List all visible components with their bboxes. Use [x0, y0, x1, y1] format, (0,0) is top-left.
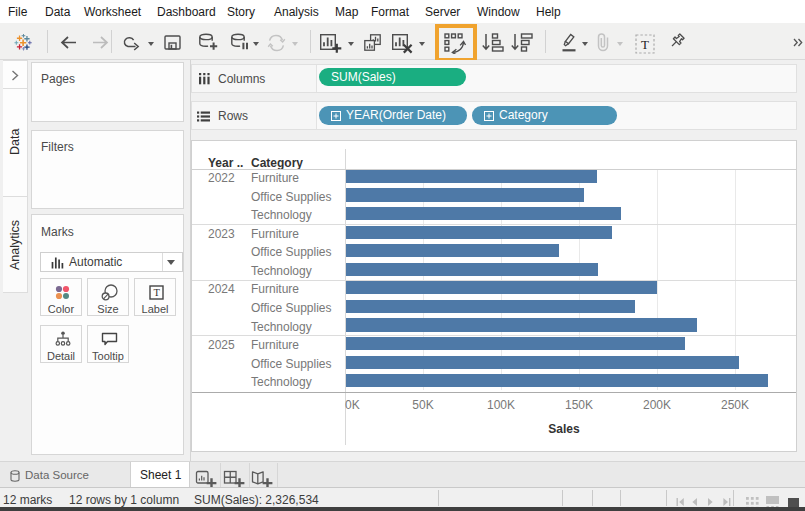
svg-text:T: T: [153, 287, 160, 298]
svg-text:T: T: [641, 37, 649, 52]
